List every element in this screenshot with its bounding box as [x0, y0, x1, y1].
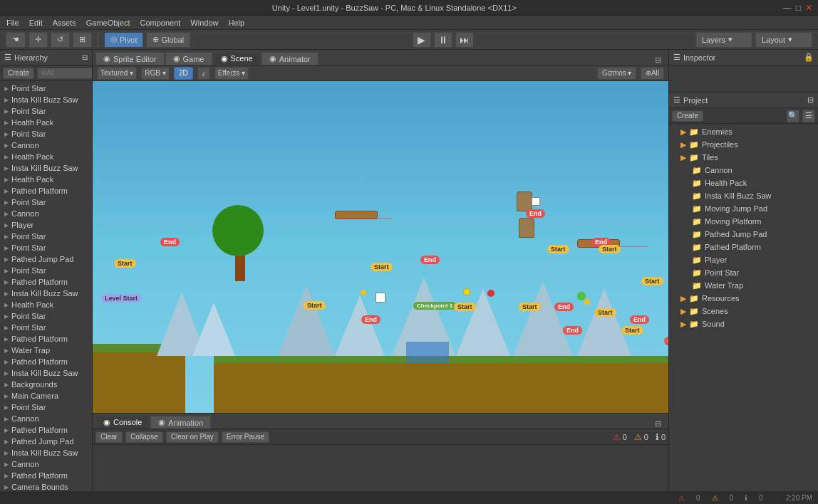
tab-scene[interactable]: ◉ Scene — [213, 52, 261, 65]
h-item-pathejumppad2[interactable]: ▶Pathed Jump Pad — [0, 436, 92, 447]
step-button[interactable]: ⏭ — [455, 32, 474, 48]
p-item-scenes[interactable]: ▶ 📁 Scenes — [669, 305, 818, 317]
effects-btn[interactable]: Effects ▾ — [214, 67, 249, 80]
tab-console[interactable]: ◉ Console — [95, 416, 150, 429]
project-list[interactable]: ▶ 📁 Enemies ▶ 📁 Projectiles ▶ 📁 Tiles — [669, 124, 818, 491]
tab-animation[interactable]: ◉ Animation — [150, 416, 211, 429]
h-item-healthpack4[interactable]: ▶Health Pack — [0, 299, 92, 310]
h-item-watertrap[interactable]: ▶Water Trap — [0, 345, 92, 356]
h-item-pointstar8[interactable]: ▶Point Star — [0, 310, 92, 322]
h-item-pointstar3[interactable]: ▶Point Star — [0, 128, 92, 140]
h-item-pointstar7[interactable]: ▶Point Star — [0, 265, 92, 276]
tab-animator[interactable]: ◉ Animator — [262, 52, 319, 65]
p-item-pathedplatform[interactable]: 📁 Pathed Platform — [669, 241, 818, 253]
menu-window[interactable]: Window — [187, 17, 222, 28]
h-item-pointstar9[interactable]: ▶Point Star — [0, 322, 92, 333]
btn-2d[interactable]: 2D — [174, 67, 193, 80]
h-item-pointstar10[interactable]: ▶Point Star — [0, 401, 92, 413]
h-item-pathedplatform6[interactable]: ▶Pathed Platform — [0, 470, 92, 481]
hierarchy-search-input[interactable] — [37, 68, 93, 79]
tool-move[interactable]: ✛ — [29, 32, 48, 48]
p-item-tiles[interactable]: ▶ 📁 Tiles — [669, 151, 818, 164]
tool-scale[interactable]: ⊞ — [73, 32, 92, 48]
p-item-movingplatform[interactable]: 📁 Moving Platform — [669, 215, 818, 228]
console-clear-on-play-btn[interactable]: Clear on Play — [166, 431, 219, 443]
h-item-pathedplatform5[interactable]: ▶Pathed Platform — [0, 424, 92, 436]
gizmos-btn[interactable]: Gizmos ▾ — [597, 67, 636, 80]
inspector-lock[interactable]: 🔒 — [804, 53, 814, 62]
menu-file[interactable]: File — [3, 17, 23, 28]
scene-content[interactable]: Start End Start End End Start End Start … — [93, 81, 668, 413]
global-button[interactable]: ⊕ Global — [146, 32, 190, 48]
rgb-dropdown[interactable]: RGB ▾ — [141, 67, 170, 80]
menu-edit[interactable]: Edit — [26, 17, 46, 28]
h-item-camerabounds[interactable]: ▶Camera Bounds — [0, 481, 92, 491]
all-btn[interactable]: ⊕All — [641, 67, 664, 80]
console-collapse-btn2[interactable]: Collapse — [125, 431, 163, 443]
p-item-cannon[interactable]: 📁 Cannon — [669, 164, 818, 177]
console-error-pause-btn[interactable]: Error Pause — [222, 431, 269, 443]
layout-dropdown[interactable]: Layout ▾ — [755, 32, 812, 48]
pause-button[interactable]: ⏸ — [434, 32, 452, 48]
h-item-pointstar6[interactable]: ▶Point Star — [0, 242, 92, 253]
h-item-pathedplatform1[interactable]: ▶Pathed Platform — [0, 185, 92, 196]
h-item-pathejumppad1[interactable]: ▶Pathed Jump Pad — [0, 253, 92, 265]
h-item-pathedplatform2[interactable]: ▶Pathed Platform — [0, 276, 92, 288]
tab-game[interactable]: ◉ Game — [165, 52, 212, 65]
tab-sprite-editor[interactable]: ◉ Sprite Editor — [95, 52, 165, 65]
menu-gameobject[interactable]: GameObject — [83, 17, 134, 28]
h-item-pathedplatform3[interactable]: ▶Pathed Platform — [0, 333, 92, 345]
menu-help[interactable]: Help — [224, 17, 248, 28]
textured-dropdown[interactable]: Textured ▾ — [97, 67, 137, 80]
h-item-healthpack3[interactable]: ▶Health Pack — [0, 174, 92, 185]
p-item-enemies[interactable]: ▶ 📁 Enemies — [669, 125, 818, 138]
h-item-pointstar4[interactable]: ▶Point Star — [0, 196, 92, 208]
h-item-cannon4[interactable]: ▶Cannon — [0, 458, 92, 470]
p-item-pathejumppad2[interactable]: 📁 Pathed Jump Pad — [669, 228, 818, 241]
p-item-projectiles[interactable]: ▶ 📁 Projectiles — [669, 138, 818, 151]
h-item-instakill2[interactable]: ▶Insta Kill Buzz Saw — [0, 162, 92, 174]
audio-btn[interactable]: ♪ — [197, 67, 210, 80]
hierarchy-create-btn[interactable]: Create — [3, 68, 34, 79]
h-item-cannon3[interactable]: ▶Cannon — [0, 413, 92, 424]
project-create-btn[interactable]: Create — [672, 110, 703, 122]
layers-dropdown[interactable]: Layers ▾ — [695, 32, 752, 48]
p-item-healthpack[interactable]: 📁 Health Pack — [669, 177, 818, 189]
h-item-healthpack1[interactable]: ▶Health Pack — [0, 117, 92, 128]
h-item-cannon2[interactable]: ▶Cannon — [0, 208, 92, 219]
h-item-healthpack2[interactable]: ▶Health Pack — [0, 151, 92, 162]
tool-hand[interactable]: ☚ — [6, 32, 26, 48]
menu-component[interactable]: Component — [136, 17, 184, 28]
close-btn[interactable]: ✕ — [805, 3, 812, 13]
p-item-pointstar[interactable]: 📁 Point Star — [669, 266, 818, 279]
console-clear-btn[interactable]: Clear — [95, 431, 123, 443]
h-item-pointstar2[interactable]: ▶Point Star — [0, 105, 92, 117]
p-item-instakill[interactable]: 📁 Insta Kill Buzz Saw — [669, 189, 818, 202]
project-collapse[interactable]: ⊟ — [807, 95, 814, 105]
console-collapse-btn[interactable]: ⊟ — [651, 419, 666, 429]
menu-assets[interactable]: Assets — [49, 17, 80, 28]
maximize-btn[interactable]: □ — [796, 3, 801, 13]
p-item-player[interactable]: 📁 Player — [669, 253, 818, 266]
h-item-instakill4[interactable]: ▶Insta Kill Buzz Saw — [0, 367, 92, 379]
pivot-button[interactable]: ◎ Pivot — [104, 32, 143, 48]
play-button[interactable]: ▶ — [413, 32, 431, 48]
h-item-instakill1[interactable]: ▶Insta Kill Buzz Saw — [0, 94, 92, 105]
h-item-player[interactable]: ▶Player — [0, 219, 92, 231]
tool-rotate[interactable]: ↺ — [51, 32, 70, 48]
p-item-resources[interactable]: ▶ 📁 Resources — [669, 292, 818, 305]
h-item-cannon1[interactable]: ▶Cannon — [0, 140, 92, 151]
h-item-pointstar1[interactable]: ▶Point Star — [0, 83, 92, 94]
h-item-pathedplatform4[interactable]: ▶Pathed Platform — [0, 356, 92, 367]
h-item-instakill3[interactable]: ▶Insta Kill Buzz Saw — [0, 288, 92, 299]
p-item-watertrap2[interactable]: 📁 Water Trap — [669, 279, 818, 292]
h-item-backgrounds[interactable]: ▶Backgrounds — [0, 379, 92, 390]
hierarchy-list[interactable]: ▶Point Star ▶Insta Kill Buzz Saw ▶Point … — [0, 81, 92, 491]
project-filter-btn[interactable]: ☰ — [802, 110, 815, 122]
h-item-maincamera[interactable]: ▶Main Camera — [0, 390, 92, 401]
h-item-pointstar5[interactable]: ▶Point Star — [0, 231, 92, 242]
h-item-instakill5[interactable]: ▶Insta Kill Buzz Saw — [0, 447, 92, 458]
hierarchy-collapse[interactable]: ⊟ — [82, 53, 88, 61]
minimize-btn[interactable]: — — [783, 3, 792, 13]
panel-collapse-btn[interactable]: ⊟ — [651, 56, 666, 65]
